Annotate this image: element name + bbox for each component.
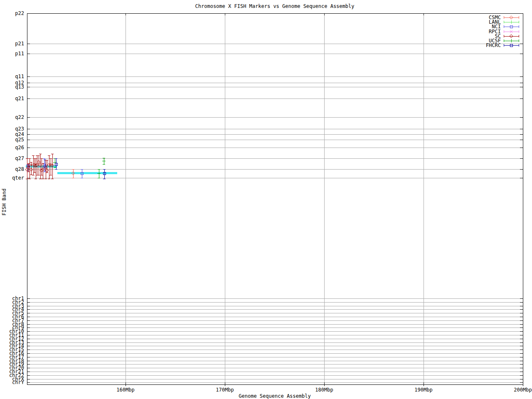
band-label: p11 xyxy=(15,51,24,57)
legend-label: FHCRC xyxy=(486,42,501,48)
band-label: q23 xyxy=(15,126,24,132)
chart-canvas: 160Mbp170Mbp180Mbp190Mbp200Mbpp22p21p11q… xyxy=(0,0,532,399)
band-label: q27 xyxy=(15,155,24,161)
band-label: q28 xyxy=(15,166,24,172)
data-series-layer xyxy=(25,154,106,179)
fish-marker-plot: 160Mbp170Mbp180Mbp190Mbp200Mbpp22p21p11q… xyxy=(0,0,532,399)
series-ucsf xyxy=(53,158,106,178)
x-tick-label: 190Mbp xyxy=(414,387,432,393)
series-sc xyxy=(25,154,54,179)
border-layer xyxy=(27,13,523,386)
band-label: p22 xyxy=(15,10,24,16)
x-tick-label: 160Mbp xyxy=(116,387,134,393)
band-label: q26 xyxy=(15,145,24,150)
band-label: p21 xyxy=(15,41,24,47)
grid-layer xyxy=(27,13,523,384)
band-label: q21 xyxy=(15,96,24,101)
chart-title: Chromosome X FISH Markers vs Genome Sequ… xyxy=(195,3,355,9)
band-label: q13 xyxy=(15,84,24,90)
label-layer: 160Mbp170Mbp180Mbp190Mbp200Mbpp22p21p11q… xyxy=(9,10,532,393)
plot-border xyxy=(27,13,523,384)
x-tick-label: 170Mbp xyxy=(216,387,234,393)
band-label: qter xyxy=(12,175,24,181)
chromosome-label: chrY xyxy=(12,379,25,385)
legend-item-fhcrc: FHCRC xyxy=(486,42,519,48)
legend-item-rpci: RPCI xyxy=(489,29,519,34)
band-label: q25 xyxy=(15,137,24,143)
x-tick-label: 180Mbp xyxy=(315,387,333,393)
series-csmc xyxy=(71,169,75,178)
series-fhcrc xyxy=(55,158,106,179)
x-tick-label: 200Mbp xyxy=(514,387,532,393)
band-label: q24 xyxy=(15,131,24,137)
band-label: q22 xyxy=(15,114,24,120)
x-axis-title: Genome Sequence Assembly xyxy=(239,393,310,399)
legend: CSMCLANLNCIRPCISCUCSFFHCRC xyxy=(486,15,519,48)
y-axis-title: FISH Band xyxy=(1,188,7,215)
band-label: q11 xyxy=(15,74,24,79)
